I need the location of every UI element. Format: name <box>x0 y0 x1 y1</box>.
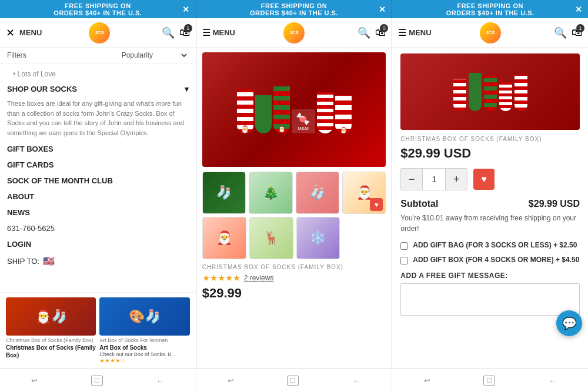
p1-logo: JCS <box>89 22 110 43</box>
sidebar-item-gift-cards[interactable]: GIFT CARDS <box>7 157 189 173</box>
thumb-art-desc: Check out our Box of Socks. B... <box>99 351 189 357</box>
sidebar-item-lots-of-love[interactable]: • Lots of Love <box>7 67 189 81</box>
thumb-art-name: Art Box of Socks <box>99 344 189 351</box>
gift-message-label: ADD A FREE GIFT MESSAGE: <box>400 272 580 280</box>
p2-product-title: CHRISTMAS BOX OF SOCKS (FAMILY BOX) <box>202 264 386 270</box>
banner2-close[interactable]: ✕ <box>379 5 386 14</box>
p2-nav-tab[interactable]: ☐ <box>287 376 299 386</box>
gift-bag-label: ADD GIFT BAG (FOR 3 SOCKS OR LESS) + $2.… <box>413 241 577 249</box>
qty-control: − + <box>400 168 467 190</box>
p3-heart-button[interactable]: ♥ <box>473 169 495 190</box>
qty-decrease-button[interactable]: − <box>401 169 422 190</box>
sidebar-item-sock-month[interactable]: SOCK OF THE MONTH CLUB <box>7 173 189 189</box>
banner2-line1: FREE SHIPPING ON <box>208 2 380 9</box>
thumb1[interactable]: 🧦 <box>202 172 246 214</box>
p3-product-title: CHRISTMAS BOX OF SOCKS (FAMILY BOX) <box>400 136 580 142</box>
sidebar-desc: These boxes are ideal for any gift-givin… <box>7 97 189 141</box>
thumb5[interactable]: 🎅 <box>202 217 246 259</box>
thumb4[interactable]: 🎅 ♥ <box>342 172 386 214</box>
gift-box-option[interactable]: ADD GIFT BOX (FOR 4 SOCKS OR MORE) + $4.… <box>400 256 580 264</box>
p3-cart-badge: 1 <box>576 24 584 32</box>
sidebar-item-about[interactable]: ABOUT <box>7 189 189 205</box>
sidebar-item-news[interactable]: NEWS <box>7 205 189 220</box>
banner2-line2: ORDERS $40+ IN THE U.S. <box>208 9 380 16</box>
banner1-line1: FREE SHIPPING ON <box>12 2 184 9</box>
p3-product-image <box>400 53 580 130</box>
p2-cart-badge: 0 <box>380 24 388 32</box>
chat-bubble[interactable]: 💬 <box>556 310 582 336</box>
thumb3[interactable]: 🧦 <box>296 172 339 214</box>
flag-icon: 🇺🇸 <box>43 256 55 267</box>
gift-bag-checkbox[interactable] <box>400 242 408 250</box>
sidebar-item-gift-boxes[interactable]: GIFT BOXES <box>7 141 189 157</box>
p2-stars: ★★★★★ <box>202 273 240 283</box>
p3-nav-arrow[interactable]: ← <box>549 376 557 386</box>
gift-message-input[interactable] <box>400 283 580 316</box>
thumb7[interactable]: ❄️ <box>296 217 340 259</box>
p2-menu-label[interactable]: MENU <box>213 28 235 37</box>
product-thumb-xmas[interactable]: 🎅🧦 Christmas Box of Socks (Family Box) C… <box>6 297 96 364</box>
p1-nav-tab[interactable]: ☐ <box>91 376 103 386</box>
sort-select[interactable]: Popularity Price: Low to High Price: Hig… <box>119 51 189 60</box>
p1-nav-arrow[interactable]: ← <box>156 376 164 386</box>
p3-cart-icon[interactable]: 🛍 1 <box>572 26 582 39</box>
gift-box-checkbox[interactable] <box>400 257 408 264</box>
thumb6[interactable]: 🦌 <box>249 217 293 259</box>
p3-nav-back[interactable]: ↩ <box>424 376 430 385</box>
p3-search-icon[interactable]: 🔍 <box>554 26 567 39</box>
p3-hamburger-icon[interactable]: ☰ <box>398 27 406 38</box>
p2-price: $29.99 <box>202 286 386 301</box>
banner3-close[interactable]: ✕ <box>575 5 583 14</box>
banner3-line2: ORDERS $40+ IN THE U.S. <box>404 9 576 16</box>
thumb-heart-button[interactable]: ♥ <box>370 198 383 211</box>
p1-cart-badge: 1 <box>184 24 192 32</box>
p2-nav-back[interactable]: ↩ <box>228 376 234 385</box>
p1-cart-icon[interactable]: 🛍 1 <box>179 26 190 39</box>
p3-logo: JCS <box>480 22 501 43</box>
qty-increase-button[interactable]: + <box>446 169 467 190</box>
main-product-image: 🎅 🎅 🍬 M&M 🎅 <box>202 52 386 167</box>
sidebar-login[interactable]: LOGIN <box>7 236 189 252</box>
qty-input[interactable] <box>422 169 446 190</box>
p1-close-icon[interactable]: ✕ <box>6 26 15 39</box>
p1-search-icon[interactable]: 🔍 <box>162 26 175 39</box>
filters-button[interactable]: Filters <box>7 51 26 59</box>
p3-nav-tab[interactable]: ☐ <box>483 376 495 386</box>
gift-box-label: ADD GIFT BOX (FOR 4 SOCKS OR MORE) + $4.… <box>413 256 579 264</box>
p2-cart-icon[interactable]: 🛍 0 <box>375 26 386 39</box>
subtotal-label: Subtotal <box>400 199 438 209</box>
gift-bag-option[interactable]: ADD GIFT BAG (FOR 3 SOCKS OR LESS) + $2.… <box>400 241 580 250</box>
banner1-line2: ORDERS $40+ IN THE U.S. <box>12 9 184 16</box>
thumb2[interactable]: 🎄 <box>249 172 292 214</box>
p1-menu-label[interactable]: MENU <box>19 28 42 37</box>
banner3-line1: FREE SHIPPING ON <box>404 2 576 9</box>
banner1-close[interactable]: ✕ <box>182 5 190 14</box>
sidebar-phone: 631-760-5625 <box>7 220 189 236</box>
product-thumb-art[interactable]: 🎨🧦 Art Box of Socks For Women Art Box of… <box>99 297 189 364</box>
p2-search-icon[interactable]: 🔍 <box>358 26 370 39</box>
subtotal-value: $29.99 USD <box>529 199 580 209</box>
thumb-xmas-name: Christmas Box of Socks (Family Box) <box>6 344 96 359</box>
thumb-xmas-label: Christmas Box of Socks (Family Box) <box>6 337 96 343</box>
sidebar-ship-to: SHIP TO: 🇺🇸 <box>7 252 189 270</box>
p2-logo: JCS <box>283 22 305 43</box>
sidebar-item-shop-socks[interactable]: SHOP OUR SOCKS ▾ <box>7 81 189 97</box>
shipping-note: You're $10.01 away from receiving free s… <box>400 213 580 234</box>
p2-nav-arrow[interactable]: ← <box>352 376 360 386</box>
p1-nav-back[interactable]: ↩ <box>31 376 38 385</box>
thumb-art-label: Art Box of Socks For Women <box>99 337 189 343</box>
p3-menu-label[interactable]: MENU <box>409 28 431 37</box>
p2-hamburger-icon[interactable]: ☰ <box>202 27 211 38</box>
p2-reviews[interactable]: 2 reviews <box>244 274 274 282</box>
p3-price: $29.99 USD <box>400 146 580 161</box>
